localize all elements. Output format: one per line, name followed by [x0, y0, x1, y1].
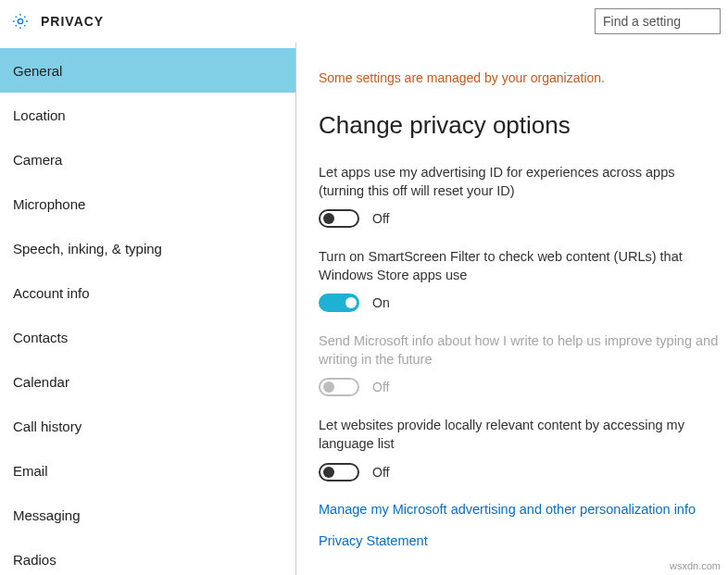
toggle-knob — [323, 213, 334, 224]
setting-block: Turn on SmartScreen Filter to check web … — [319, 248, 721, 312]
toggle-switch — [319, 378, 359, 396]
sidebar-item-account-info[interactable]: Account info — [0, 270, 295, 315]
sidebar-item-label: General — [13, 63, 62, 79]
toggle-state-label: On — [372, 295, 390, 310]
watermark: wsxdn.com — [670, 560, 721, 571]
sidebar-item-label: Camera — [13, 152, 62, 168]
setting-description: Send Microsoft info about how I write to… — [319, 332, 721, 369]
sidebar-item-camera[interactable]: Camera — [0, 137, 295, 181]
sidebar-item-label: Location — [13, 107, 66, 123]
setting-block: Send Microsoft info about how I write to… — [319, 332, 721, 396]
header: PRIVACY — [0, 0, 728, 43]
sidebar-item-speech-inking-typing[interactable]: Speech, inking, & typing — [0, 226, 295, 270]
sidebar: GeneralLocationCameraMicrophoneSpeech, i… — [0, 43, 296, 575]
setting-description: Turn on SmartScreen Filter to check web … — [319, 248, 721, 284]
sidebar-item-label: Messaging — [13, 507, 81, 523]
sidebar-item-location[interactable]: Location — [0, 93, 295, 137]
toggle-switch[interactable] — [319, 294, 359, 312]
setting-block: Let websites provide locally relevant co… — [319, 417, 721, 481]
body: GeneralLocationCameraMicrophoneSpeech, i… — [0, 43, 728, 575]
sidebar-item-label: Call history — [13, 419, 82, 434]
toggle-knob — [323, 467, 334, 478]
toggle-knob — [345, 297, 357, 308]
sidebar-item-calendar[interactable]: Calendar — [0, 359, 295, 404]
svg-point-0 — [18, 19, 22, 23]
managed-by-org-message: Some settings are managed by your organi… — [319, 70, 721, 85]
sidebar-item-messaging[interactable]: Messaging — [0, 493, 295, 537]
content-link[interactable]: Manage my Microsoft advertising and othe… — [319, 502, 721, 517]
toggle-knob — [323, 381, 334, 393]
header-left: PRIVACY — [11, 12, 104, 31]
sidebar-item-label: Email — [13, 463, 48, 479]
content-link[interactable]: Privacy Statement — [319, 533, 721, 548]
sidebar-item-microphone[interactable]: Microphone — [0, 181, 295, 226]
toggle-switch[interactable] — [319, 209, 359, 228]
sidebar-item-general[interactable]: General — [0, 48, 295, 93]
toggle-row: Off — [319, 209, 721, 228]
sidebar-item-label: Calendar — [13, 374, 69, 390]
sidebar-item-contacts[interactable]: Contacts — [0, 315, 295, 359]
search-input[interactable] — [595, 8, 721, 34]
setting-block: Let apps use my advertising ID for exper… — [319, 164, 721, 228]
toggle-state-label: Off — [372, 465, 389, 480]
sidebar-item-email[interactable]: Email — [0, 448, 295, 493]
toggle-switch[interactable] — [319, 463, 359, 481]
sidebar-item-label: Contacts — [13, 330, 68, 345]
gear-icon — [11, 12, 30, 31]
setting-description: Let websites provide locally relevant co… — [319, 417, 721, 453]
sidebar-item-call-history[interactable]: Call history — [0, 404, 295, 448]
content-heading: Change privacy options — [319, 111, 721, 140]
toggle-state-label: Off — [372, 211, 389, 226]
setting-description: Let apps use my advertising ID for exper… — [319, 164, 721, 200]
sidebar-item-label: Radios — [13, 552, 56, 568]
page-title: PRIVACY — [41, 14, 104, 29]
toggle-row: Off — [319, 463, 721, 481]
sidebar-item-label: Microphone — [13, 196, 85, 212]
toggle-row: On — [319, 294, 721, 312]
toggle-state-label: Off — [372, 380, 389, 394]
toggle-row: Off — [319, 378, 721, 396]
sidebar-item-radios[interactable]: Radios — [0, 537, 295, 575]
content: Some settings are managed by your organi… — [296, 43, 728, 575]
sidebar-item-label: Account info — [13, 285, 90, 301]
sidebar-item-label: Speech, inking, & typing — [13, 241, 162, 256]
